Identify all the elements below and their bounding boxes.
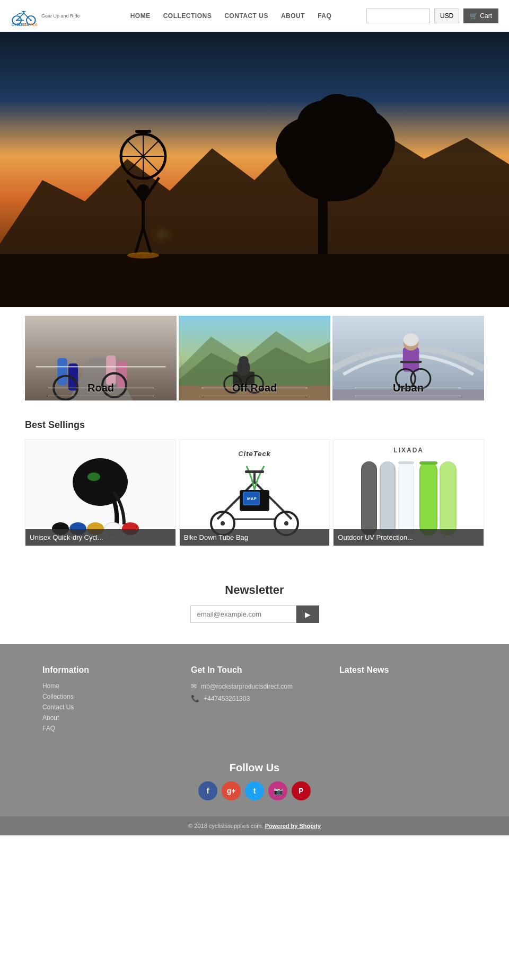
product-cap[interactable]: Unisex Quick-dry Cycl... — [25, 439, 176, 546]
newsletter-submit-button[interactable]: ▶ — [296, 605, 319, 623]
header-right: USD 🛒 Cart — [366, 8, 498, 23]
best-sellings-title: Best Sellings — [25, 420, 484, 431]
svg-point-59 — [403, 333, 419, 346]
svg-point-19 — [310, 106, 395, 180]
instagram-icon[interactable]: 📷 — [268, 781, 287, 800]
hero-svg — [0, 32, 509, 307]
svg-point-20 — [308, 103, 371, 162]
svg-rect-91 — [398, 461, 414, 464]
footer-link-contact[interactable]: Contact Us — [42, 703, 170, 711]
googleplus-icon[interactable]: g+ — [222, 781, 241, 800]
bag-svg: MAP — [201, 456, 308, 540]
product-sleeves[interactable]: LIXADA — [333, 439, 484, 546]
svg-rect-45 — [36, 366, 165, 367]
svg-line-26 — [127, 180, 143, 201]
svg-rect-93 — [420, 461, 436, 536]
footer-phone: +447453261303 — [204, 695, 250, 702]
footer-information-col: Information Home Collections Contact Us … — [42, 665, 170, 735]
copyright-text: © 2018 cyclistssupplies.com. — [188, 823, 263, 829]
svg-point-36 — [127, 252, 159, 259]
logo-tagline: Gear Up and Ride — [41, 13, 80, 19]
cart-button[interactable]: 🛒 Cart — [463, 8, 498, 23]
footer-news-col: Latest News — [339, 665, 467, 735]
footer-link-about[interactable]: About — [42, 714, 170, 721]
logo-icon: CYCLISTS SUPPLIES — [11, 5, 37, 26]
pinterest-icon[interactable]: P — [292, 781, 311, 800]
footer: Information Home Collections Contact Us … — [0, 644, 509, 835]
facebook-icon[interactable]: f — [198, 781, 217, 800]
brand-liteteck: CiteTeck — [238, 450, 271, 458]
social-icons: f g+ t 📷 P — [0, 781, 509, 800]
svg-line-33 — [127, 140, 159, 172]
svg-rect-84 — [245, 470, 264, 473]
nav-about[interactable]: ABOUT — [281, 12, 305, 20]
svg-text:MAP: MAP — [247, 496, 257, 501]
footer-phone-item: 📞 +447453261303 — [191, 694, 318, 702]
svg-point-55 — [239, 356, 248, 366]
footer-top: Information Home Collections Contact Us … — [0, 665, 509, 751]
hero-banner — [0, 32, 509, 307]
svg-rect-86 — [362, 461, 376, 536]
newsletter-email-input[interactable] — [190, 605, 296, 623]
search-input[interactable] — [366, 8, 430, 23]
logo-area: CYCLISTS SUPPLIES Gear Up and Ride — [11, 5, 95, 26]
collection-road-label: Road — [25, 376, 177, 400]
svg-marker-13 — [0, 132, 509, 254]
svg-rect-15 — [0, 254, 509, 307]
nav-faq[interactable]: FAQ — [318, 12, 331, 20]
best-sellings-section: Best Sellings — [0, 409, 509, 562]
product-sleeves-label: Outdoor UV Protection... — [334, 529, 484, 546]
footer-bottom: © 2018 cyclistssupplies.com. Powered by … — [0, 816, 509, 835]
svg-rect-57 — [403, 348, 419, 372]
follow-title: Follow Us — [0, 762, 509, 774]
svg-point-22 — [321, 96, 379, 147]
nav-collections[interactable]: COLLECTIONS — [163, 12, 212, 20]
svg-point-65 — [87, 473, 100, 481]
footer-link-home[interactable]: Home — [42, 682, 170, 690]
product-bag[interactable]: CiteTeck — [179, 439, 330, 546]
cart-icon: 🛒 — [470, 12, 478, 20]
footer-email: mb@rockstarproductsdirect.com — [201, 683, 293, 690]
svg-rect-60 — [400, 361, 422, 363]
footer-link-collections[interactable]: Collections — [42, 693, 170, 700]
cap-svg — [47, 445, 153, 540]
svg-line-28 — [135, 228, 143, 254]
collections-grid: Road — [0, 316, 509, 400]
collection-road[interactable]: Road — [25, 316, 177, 400]
main-nav: HOME COLLECTIONS CONTACT US ABOUT FAQ — [95, 12, 366, 20]
footer-information-title: Information — [42, 665, 170, 675]
newsletter-title: Newsletter — [11, 583, 498, 597]
svg-line-27 — [143, 177, 159, 201]
svg-rect-90 — [399, 461, 413, 536]
svg-point-79 — [284, 521, 288, 525]
nav-contact[interactable]: CONTACT US — [224, 12, 268, 20]
footer-email-item: ✉ mb@rockstarproductsdirect.com — [191, 682, 318, 690]
phone-icon: 📞 — [191, 694, 199, 702]
svg-marker-14 — [0, 254, 509, 307]
svg-line-29 — [143, 228, 151, 254]
svg-line-34 — [127, 140, 159, 172]
svg-point-78 — [221, 521, 225, 525]
email-icon: ✉ — [191, 682, 197, 690]
svg-rect-16 — [318, 180, 328, 254]
collection-offroad-label: Off Road — [179, 376, 330, 400]
cart-label: Cart — [480, 12, 492, 20]
footer-link-faq[interactable]: FAQ — [42, 725, 170, 732]
usd-button[interactable]: USD — [434, 8, 459, 23]
collection-urban[interactable]: Urban — [332, 316, 484, 400]
svg-point-17 — [284, 117, 384, 201]
svg-line-5 — [24, 13, 31, 20]
svg-rect-94 — [419, 461, 437, 465]
header: CYCLISTS SUPPLIES Gear Up and Ride HOME … — [0, 0, 509, 32]
nav-home[interactable]: HOME — [130, 12, 151, 20]
svg-point-21 — [297, 101, 350, 148]
shopify-link[interactable]: Powered by Shopify — [265, 823, 321, 829]
product-cap-label: Unisex Quick-dry Cycl... — [25, 529, 175, 546]
collection-offroad[interactable]: Off Road — [179, 316, 330, 400]
product-bag-label: Bike Down Tube Bag — [180, 529, 330, 546]
twitter-icon[interactable]: t — [245, 781, 264, 800]
collection-urban-label: Urban — [332, 376, 484, 400]
svg-rect-11 — [0, 32, 509, 307]
follow-section: Follow Us f g+ t 📷 P — [0, 751, 509, 816]
footer-contact-col: Get In Touch ✉ mb@rockstarproductsdirect… — [191, 665, 318, 735]
